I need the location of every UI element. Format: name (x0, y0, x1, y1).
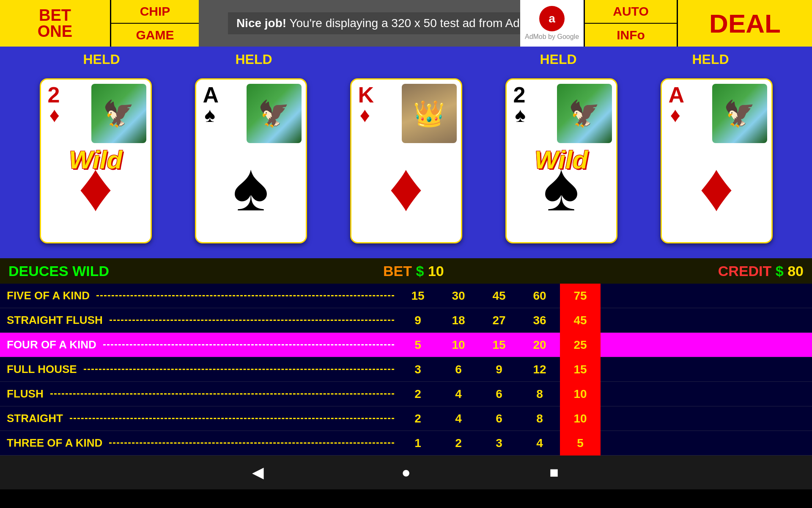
home-button[interactable]: ● (395, 462, 417, 483)
bet-one-bot: ONE (38, 23, 72, 39)
pay-name-1: STRAIGHT FLUSH (0, 314, 398, 327)
pay-col-6-1: 2 (438, 431, 479, 456)
chip-button[interactable]: CHIP (111, 0, 199, 24)
card-rank-2: A (203, 84, 219, 106)
deal-button[interactable]: DEAL (677, 0, 812, 47)
pay-col-3-2: 9 (479, 357, 519, 382)
card-suit-top-5: ♦ (670, 105, 681, 125)
pay-row-1: STRAIGHT FLUSH918273645 (0, 308, 812, 333)
cards-row: 2♦🦅Wild♦A♠🦅♠K♦👑♦2♠🦅Wild♠A♦🦅♦ (8, 72, 804, 258)
pay-col-0-0: 15 (398, 284, 438, 308)
pay-col-1-2: 27 (479, 308, 519, 333)
pay-name-4: FLUSH (0, 387, 398, 400)
pay-row-3: FULL HOUSE3691215 (0, 357, 812, 382)
pay-col-4-3: 8 (519, 382, 560, 406)
pay-row-0: FIVE OF A KIND1530456075 (0, 284, 812, 308)
pay-row-4: FLUSH246810 (0, 382, 812, 406)
pay-col-2-1: 10 (438, 333, 479, 357)
card-image-2: 🦅 (247, 84, 302, 143)
ad-content: Nice job! You're displaying a 320 x 50 t… (228, 12, 554, 34)
card-image-3: 👑 (402, 84, 457, 143)
auto-info-area: AUTO INFo (584, 0, 677, 47)
pay-cols-1: 918273645 (398, 308, 601, 333)
auto-button[interactable]: AUTO (585, 0, 677, 24)
game-button[interactable]: GAME (111, 24, 199, 47)
recents-button[interactable]: ■ (543, 462, 565, 483)
pay-name-6: THREE OF A KIND (0, 436, 398, 450)
card-suit-top-1: ♦ (49, 105, 60, 125)
card-rank-1: 2 (48, 84, 60, 106)
card-image-1: 🦅 (91, 84, 146, 143)
pay-col-5-0: 2 (398, 406, 438, 431)
bet-one-button[interactable]: BET ONE (0, 0, 110, 47)
pay-col-4-2: 6 (479, 382, 519, 406)
held-label-1: HELD (197, 52, 311, 67)
credit-amount: 80 (787, 263, 804, 279)
ad-text: You're displaying a 320 x 50 test ad fro… (286, 17, 546, 30)
pay-col-4-4: 10 (560, 382, 601, 406)
admob-text: AdMob by Google (525, 33, 579, 41)
card-5[interactable]: A♦🦅♦ (661, 78, 773, 243)
card-suit-top-4: ♠ (515, 105, 526, 125)
credit-dollar: $ (776, 263, 784, 279)
pay-cols-5: 246810 (398, 406, 601, 431)
pay-col-0-3: 60 (519, 284, 560, 308)
card-image-5: 🦅 (712, 84, 767, 143)
held-label-3: HELD (501, 52, 615, 67)
card-center-suit-3: ♦ (389, 153, 423, 221)
status-bar: DEUCES WILD BET $ 10 CREDIT $ 80 (0, 258, 812, 284)
pay-col-2-3: 20 (519, 333, 560, 357)
card-1[interactable]: 2♦🦅Wild♦ (40, 78, 152, 243)
bet-display: BET $ 10 (383, 263, 444, 279)
pay-col-3-1: 6 (438, 357, 479, 382)
back-button[interactable]: ◀ (247, 462, 269, 483)
pay-cols-6: 12345 (398, 431, 601, 456)
pay-row-2: FOUR OF A KIND510152025 (0, 333, 812, 357)
pay-col-3-0: 3 (398, 357, 438, 382)
credit-display: CREDIT $ 80 (718, 263, 804, 279)
pay-name-2: FOUR OF A KIND (0, 338, 398, 351)
card-4[interactable]: 2♠🦅Wild♠ (505, 78, 617, 243)
wild-badge-4: Wild (535, 145, 588, 174)
pay-col-1-4: 45 (560, 308, 601, 333)
info-button[interactable]: INFo (585, 24, 677, 47)
pay-name-5: STRAIGHT (0, 412, 398, 425)
card-suit-top-2: ♠ (205, 105, 216, 125)
ad-nice-job: Nice job! (236, 17, 286, 30)
wild-badge-1: Wild (69, 145, 122, 174)
held-row: HELDHELDHELDHELD (8, 47, 804, 72)
nav-bar: ◀ ● ■ (0, 456, 812, 489)
chip-game-area: CHIP GAME (110, 0, 199, 47)
game-type: DEUCES WILD (8, 263, 109, 279)
top-bar: BET ONE CHIP GAME Nice job! You're displ… (0, 0, 812, 47)
pay-col-2-2: 15 (479, 333, 519, 357)
pay-row-6: THREE OF A KIND12345 (0, 431, 812, 456)
bet-dollar: $ (416, 263, 424, 279)
pay-col-0-2: 45 (479, 284, 519, 308)
pay-col-6-2: 3 (479, 431, 519, 456)
card-rank-3: K (358, 84, 374, 106)
pay-col-1-3: 36 (519, 308, 560, 333)
card-2[interactable]: A♠🦅♠ (195, 78, 307, 243)
pay-cols-4: 246810 (398, 382, 601, 406)
held-label-0: HELD (44, 52, 159, 67)
card-rank-5: A (669, 84, 685, 106)
pay-col-4-1: 4 (438, 382, 479, 406)
pay-col-2-0: 5 (398, 333, 438, 357)
pay-col-3-3: 12 (519, 357, 560, 382)
admob-icon: a (539, 6, 565, 31)
held-label-4: HELD (653, 52, 768, 67)
pay-col-5-3: 8 (519, 406, 560, 431)
credit-label: CREDIT (718, 263, 772, 279)
card-rank-4: 2 (513, 84, 526, 106)
pay-col-6-3: 4 (519, 431, 560, 456)
paytable: FIVE OF A KIND1530456075STRAIGHT FLUSH91… (0, 284, 812, 456)
pay-col-6-0: 1 (398, 431, 438, 456)
pay-col-5-1: 4 (438, 406, 479, 431)
card-3[interactable]: K♦👑♦ (350, 78, 462, 243)
pay-col-5-4: 10 (560, 406, 601, 431)
card-image-4: 🦅 (557, 84, 612, 143)
bet-one-top: BET (39, 7, 71, 23)
bet-amount: 10 (428, 263, 444, 279)
pay-col-2-4: 25 (560, 333, 601, 357)
